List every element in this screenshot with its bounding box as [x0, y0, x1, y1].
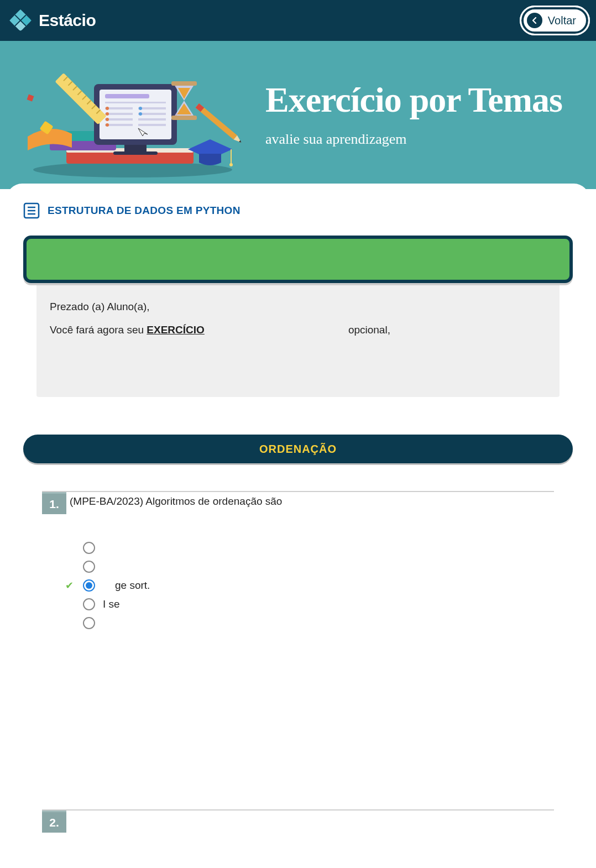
radio-icon[interactable]	[83, 579, 95, 592]
question-number: 2.	[42, 811, 66, 833]
svg-point-44	[229, 163, 233, 166]
intro-prefix: Você fará agora seu	[50, 324, 147, 336]
page-title: Exercício por Temas	[265, 81, 562, 118]
hero-illustration	[17, 51, 249, 178]
question-number: 1.	[42, 492, 66, 514]
hero-text: Exercício por Temas avalie sua aprendiza…	[265, 81, 562, 147]
svg-point-24	[106, 118, 109, 121]
svg-rect-14	[105, 107, 133, 109]
svg-rect-28	[124, 145, 147, 151]
back-button-label: Voltar	[548, 14, 576, 27]
intro-suffix: opcional,	[348, 324, 390, 336]
intro-exercise-word: EXERCÍCIO	[147, 324, 205, 336]
option-row[interactable]	[63, 614, 554, 632]
svg-point-22	[106, 107, 109, 110]
question-header: 1. (MPE-BA/2023) Algoritmos de ordenação…	[42, 491, 554, 514]
back-button[interactable]: Voltar	[521, 7, 588, 34]
course-title: ESTRUTURA DE DADOS EM PYTHON	[48, 205, 241, 217]
option-row[interactable]	[63, 557, 554, 576]
list-icon	[23, 202, 40, 219]
option-row[interactable]: I se	[63, 595, 554, 614]
svg-rect-19	[138, 118, 166, 121]
course-header: ESTRUTURA DE DADOS EM PYTHON	[23, 202, 573, 219]
question-2: 2.	[23, 809, 573, 833]
svg-rect-20	[105, 124, 133, 126]
svg-rect-13	[105, 102, 166, 103]
question-header: 2.	[42, 809, 554, 833]
option-row[interactable]: ✔ ge sort.	[63, 576, 554, 595]
svg-rect-31	[171, 116, 197, 120]
svg-rect-45	[27, 95, 34, 102]
svg-rect-29	[113, 151, 158, 155]
radio-icon[interactable]	[83, 542, 95, 554]
hero-banner: Exercício por Temas avalie sua aprendiza…	[0, 41, 596, 189]
chevron-left-icon	[527, 13, 542, 28]
svg-rect-30	[171, 81, 197, 86]
question-text: (MPE-BA/2023) Algoritmos de ordenação sã…	[70, 492, 282, 508]
intro-line2: Você fará agora seu EXERCÍCIO opcional,	[50, 324, 546, 336]
estacio-logo-icon	[8, 8, 33, 33]
radio-icon[interactable]	[83, 561, 95, 573]
topic-label: ORDENAÇÃO	[259, 443, 337, 456]
svg-point-26	[139, 107, 142, 110]
top-bar: Estácio Voltar	[0, 0, 596, 41]
main-card: ESTRUTURA DE DADOS EM PYTHON Prezado (a)…	[7, 184, 589, 868]
check-icon: ✔	[63, 579, 75, 592]
svg-rect-21	[138, 124, 166, 126]
svg-rect-17	[138, 113, 166, 115]
page-subtitle: avalie sua aprendizagem	[265, 131, 562, 148]
svg-rect-12	[105, 94, 149, 98]
option-row[interactable]	[63, 538, 554, 557]
svg-rect-15	[138, 107, 166, 109]
option-label: ge sort.	[103, 579, 150, 592]
radio-icon[interactable]	[83, 598, 95, 610]
svg-point-27	[139, 112, 142, 116]
status-banner	[23, 236, 573, 283]
svg-point-5	[33, 162, 232, 177]
svg-point-23	[106, 112, 109, 116]
brand-logo: Estácio	[8, 8, 96, 33]
radio-icon[interactable]	[83, 617, 95, 629]
question-1: 1. (MPE-BA/2023) Algoritmos de ordenação…	[23, 491, 573, 632]
topic-pill: ORDENAÇÃO	[23, 435, 573, 463]
intro-box: Prezado (a) Aluno(a), Você fará agora se…	[36, 285, 560, 397]
svg-rect-18	[105, 118, 133, 121]
intro-greeting: Prezado (a) Aluno(a),	[50, 301, 546, 313]
brand-name: Estácio	[39, 11, 96, 30]
options-list: ✔ ge sort. I se	[63, 538, 554, 632]
svg-rect-16	[105, 113, 133, 115]
option-label: I se	[103, 598, 120, 610]
svg-point-25	[106, 123, 109, 127]
